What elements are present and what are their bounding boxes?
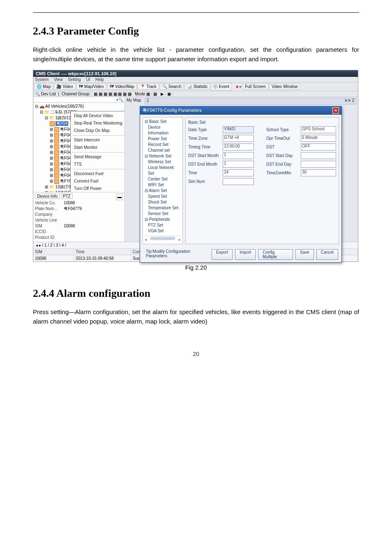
menu-view[interactable]: View [54,77,63,82]
config-nav-tree[interactable]: ⊟ Basic Set Device Information Power Set… [143,117,183,244]
ctx-disconnect-fuel[interactable]: Disconnect Fuel [71,170,125,178]
figure-caption: Fig 2.20 [33,264,359,271]
vehicle-sidebar: ▾🔍 ⊟ 🚗 All Vehicles(166/276) ⊟ 📁 二车队 (57… [33,97,125,242]
paragraph-alarm-config: Press setting—Alarm configuration, set t… [33,307,359,326]
field-opr-timeout[interactable]: 5 Minute [301,135,336,142]
tab-search[interactable]: 🔍Search [160,83,184,90]
heading-parameter-config: 2.4.3 Parameter Config [33,25,359,37]
ctx-start-intercom[interactable]: Start Intercom [71,136,125,144]
menu-system[interactable]: System [35,77,48,82]
tab-video[interactable]: 🎥Video [54,83,75,90]
ctx-disp-all[interactable]: Disp All Device Video [71,112,125,120]
heading-alarm-config: 2.4.4 Alarm configuration [33,287,359,300]
vehicle-tree[interactable]: ⊟ 🚗 All Vehicles(166/276) ⊟ 📁 二车队 (57/66… [33,103,125,192]
ctx-close-map[interactable]: Close Disp On Map [71,127,125,134]
export-button[interactable]: Export [212,249,233,260]
save-button[interactable]: Save [295,249,314,260]
field-school-type[interactable]: GPS School [301,126,336,133]
main-toolbar: 🌐Map 🎥Video 🗺Map/Video 🗺Video/Map 📍Track… [33,83,358,91]
subtab-channelgroup[interactable]: Channel Group [62,92,90,96]
ctx-send-message[interactable]: Send Message [71,153,125,161]
config-multiple-button[interactable]: Config Multiple [258,249,293,260]
tab-map[interactable]: 🌐Map [34,83,53,90]
config-form: Basic Set Date TypeY/M/DSchool TypeGPS S… [185,117,339,244]
field-sim-num[interactable] [223,178,254,185]
ctx-connect-fuel[interactable]: Connect Fuel [71,178,125,185]
sub-toolbar: 🔍 Dev List | Channel Group ▦ ▦ ▦ ▦ ▦ ▦ ▦… [33,91,358,97]
close-pane-icon[interactable]: ✕✕ [344,98,351,103]
field-timing-time[interactable]: 12:00:00 [223,143,254,150]
dialog-title: 粤F04779-Config Parameters [143,107,202,114]
tab-event[interactable]: ⓘEvent [211,83,232,90]
field-dst-start-month[interactable]: 1 [223,152,254,159]
import-button[interactable]: Import [235,249,256,260]
page-number: 20 [33,351,359,357]
field-dst-start-day[interactable] [301,152,336,159]
collapse-icon[interactable]: ▬ [116,194,123,200]
menu-ui[interactable]: UI [86,77,90,82]
window-title: CMS Client ---- wkpcxc[112.91.106.10] [33,70,358,77]
tab-ptz[interactable]: PTZ [61,194,73,199]
subtab-devlist[interactable]: 🔍 Dev List [35,92,56,96]
menu-help[interactable]: Help [95,77,104,82]
menu-setting[interactable]: Setting [68,77,81,82]
mymap-label: My Map [127,98,141,102]
dialog-close-icon[interactable]: ✕ [332,107,339,114]
map-canvas: My Map 1 ✕✕ 2 粤F04779-Config Parameters … [125,97,358,242]
field-dst[interactable]: OFF [301,143,336,150]
field-timezonemin[interactable]: 30 [301,169,336,176]
ctx-start-monitor[interactable]: Start Monitor [71,144,125,151]
tab-videowindow[interactable]: Video Window [269,83,300,90]
field-date-type[interactable]: Y/M/D [223,126,254,133]
config-parameters-dialog: 粤F04779-Config Parameters ✕ ⊟ Basic Set … [140,106,342,263]
selected-vehicle: 粤F04 [55,121,68,126]
field-time[interactable]: 24 [223,169,254,176]
tab-track[interactable]: 📍Track [138,83,159,90]
device-info-panel: Device Info PTZ ▬ Vehicle Co.10086Plate … [33,192,125,242]
field-time-zone[interactable]: GTM +8 [223,135,254,142]
field-dst-end-month[interactable]: 1 [223,161,254,168]
screenshot-fig-2-20: CMS Client ---- wkpcxc[112.91.106.10] Sy… [33,70,358,262]
ctx-turnoff-power[interactable]: Turn Off Power [71,185,125,192]
search-icon[interactable]: ▾🔍 [116,97,123,102]
menu-bar[interactable]: System View Setting UI Help [33,77,358,83]
group-basic-set: Basic Set [188,120,336,125]
cancel-button[interactable]: Cancel [316,249,338,260]
tab-device-info[interactable]: Device Info [35,194,60,199]
dialog-tip: Tip:Modify Configuration Parameters [143,249,209,260]
tab-mapvideo[interactable]: 🗺Map/Video [76,83,106,90]
paragraph-parameter-config: Right-click online vehicle in the vehicl… [33,45,359,64]
tab-statistic[interactable]: 📊Statistic [184,83,210,90]
field-dst-end-day[interactable] [301,161,336,168]
tab-fullscreen[interactable]: Full Screen [242,83,268,90]
tab-videomap[interactable]: 🗺Video/Map [107,83,137,90]
vehicle-context-menu[interactable]: Disp All Device Video Stop Real Time Mon… [70,111,125,192]
ctx-stop-realtime[interactable]: Stop Real Time Monitoring [71,120,125,127]
ctx-tts[interactable]: TTS [71,161,125,168]
